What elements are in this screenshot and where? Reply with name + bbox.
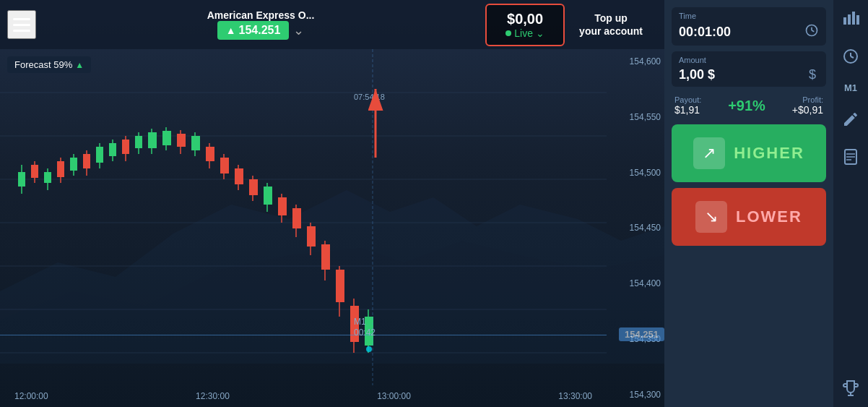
- payout-percent: +91%: [728, 98, 765, 114]
- clock-icon[interactable]: [839, 45, 862, 68]
- amount-section: Amount 1,00 $ $: [672, 51, 826, 87]
- time-section: Time 00:01:00: [672, 7, 826, 46]
- price-level-4: 154,450: [610, 223, 661, 233]
- time-label-1: 12:00:00: [14, 391, 48, 401]
- svg-rect-26: [135, 136, 142, 148]
- svg-rect-14: [57, 161, 64, 177]
- svg-rect-22: [109, 143, 116, 156]
- edit-icon[interactable]: [839, 108, 862, 131]
- svg-rect-54: [336, 270, 344, 302]
- live-dot: [505, 30, 511, 36]
- current-price-tag: 154.251: [619, 327, 664, 341]
- bar-chart-icon[interactable]: [839, 7, 862, 30]
- balance-mode: Live: [514, 27, 533, 39]
- svg-rect-36: [206, 147, 214, 161]
- m1-panel-label: M1: [844, 82, 857, 93]
- svg-rect-18: [83, 154, 90, 168]
- svg-rect-50: [307, 226, 316, 247]
- lower-label: LOWER: [736, 207, 802, 226]
- time-label: Time: [679, 12, 819, 20]
- topup-line2: your account: [579, 25, 643, 38]
- svg-rect-65: [852, 12, 855, 25]
- hamburger-line2: [13, 24, 30, 26]
- trophy-icon[interactable]: [839, 377, 862, 400]
- svg-rect-12: [44, 172, 51, 183]
- svg-line-69: [851, 56, 854, 58]
- payout-left: Payout: $1,91: [674, 95, 701, 116]
- amount-row: 1,00 $ $: [679, 67, 819, 82]
- higher-button[interactable]: ↗ HIGHER: [672, 124, 826, 182]
- svg-rect-38: [220, 158, 229, 173]
- svg-rect-8: [18, 172, 25, 187]
- arrow-annotation: [354, 78, 397, 168]
- time-label-3: 13:00:00: [377, 391, 411, 401]
- asset-price-value: 154.251: [239, 24, 281, 37]
- forecast-text: Forecast 59%: [14, 59, 72, 70]
- forecast-badge: Forecast 59% ▲: [7, 56, 91, 73]
- hamburger-button[interactable]: [7, 10, 36, 39]
- price-level-7: 154,300: [610, 390, 661, 400]
- profit-value: +$0,91: [792, 104, 823, 116]
- svg-rect-63: [843, 17, 846, 25]
- hamburger-line1: [13, 18, 30, 20]
- m1-timeframe-label: M1: [354, 317, 366, 327]
- balance-section[interactable]: $0,00 Live ⌄: [485, 4, 565, 46]
- asset-price-row: ▲ 154.251 ⌄: [217, 21, 305, 40]
- amount-value[interactable]: 1,00 $: [679, 67, 715, 82]
- time-label-2: 12:30:00: [196, 391, 230, 401]
- svg-rect-40: [235, 168, 243, 184]
- chart-area: Forecast 59% ▲ 07:54:18: [0, 49, 664, 407]
- svg-rect-64: [848, 14, 851, 25]
- balance-live-row: Live ⌄: [505, 27, 544, 39]
- forecast-arrow-icon: ▲: [75, 60, 84, 70]
- asset-name: American Express O...: [207, 9, 315, 21]
- price-up-arrow: ▲: [226, 25, 236, 36]
- book-icon[interactable]: [839, 145, 862, 168]
- price-level-2: 154,550: [610, 112, 661, 122]
- svg-rect-34: [191, 136, 200, 150]
- svg-rect-10: [31, 165, 38, 178]
- svg-rect-30: [162, 131, 171, 145]
- price-level-3: 154,500: [610, 168, 661, 178]
- panel-controls: M1: [833, 0, 868, 407]
- topup-section[interactable]: Top up your account: [565, 12, 657, 38]
- lower-button[interactable]: ↘ LOWER: [672, 188, 826, 246]
- svg-point-59: [366, 346, 372, 352]
- price-axis: 154,600 154,550 154,500 154,450 154,400 …: [607, 49, 664, 407]
- asset-section: American Express O... ▲ 154.251 ⌄: [43, 9, 478, 40]
- balance-chevron-icon: ⌄: [536, 27, 544, 39]
- clock-panel-icon[interactable]: [804, 23, 819, 41]
- header-bar: American Express O... ▲ 154.251 ⌄ $0,00 …: [0, 0, 664, 49]
- amount-label: Amount: [679, 56, 819, 64]
- lower-arrow-icon: ↘: [695, 201, 727, 233]
- svg-rect-52: [321, 244, 330, 270]
- higher-arrow-icon: ↗: [693, 137, 725, 169]
- time-value[interactable]: 00:01:00: [679, 25, 731, 40]
- currency-button[interactable]: $: [806, 67, 819, 82]
- asset-chevron-icon[interactable]: ⌄: [293, 22, 304, 38]
- asset-price-badge[interactable]: ▲ 154.251: [217, 21, 290, 40]
- svg-rect-16: [70, 158, 77, 171]
- svg-rect-32: [177, 134, 186, 147]
- time-axis: 12:00:00 12:30:00 13:00:00 13:30:00: [0, 385, 607, 407]
- time-label-4: 13:30:00: [558, 391, 592, 401]
- svg-rect-48: [292, 208, 301, 228]
- time-row: 00:01:00: [679, 23, 819, 41]
- price-level-5: 154,400: [610, 278, 661, 288]
- svg-rect-20: [96, 147, 103, 163]
- price-level-1: 154,600: [610, 56, 661, 67]
- hamburger-line3: [13, 30, 30, 32]
- current-price-line: 154.251: [0, 335, 607, 335]
- payout-right: Profit: +$0,91: [792, 95, 823, 116]
- topup-line1: Top up: [594, 12, 628, 25]
- svg-rect-66: [856, 15, 859, 25]
- svg-rect-28: [148, 132, 157, 148]
- payout-label: Payout:: [674, 95, 701, 104]
- svg-rect-44: [264, 187, 272, 205]
- svg-rect-46: [278, 197, 287, 215]
- svg-rect-24: [122, 140, 129, 154]
- profit-label: Profit:: [802, 95, 823, 104]
- svg-line-77: [812, 30, 814, 32]
- payout-value: $1,91: [674, 104, 701, 116]
- balance-amount: $0,00: [507, 11, 543, 27]
